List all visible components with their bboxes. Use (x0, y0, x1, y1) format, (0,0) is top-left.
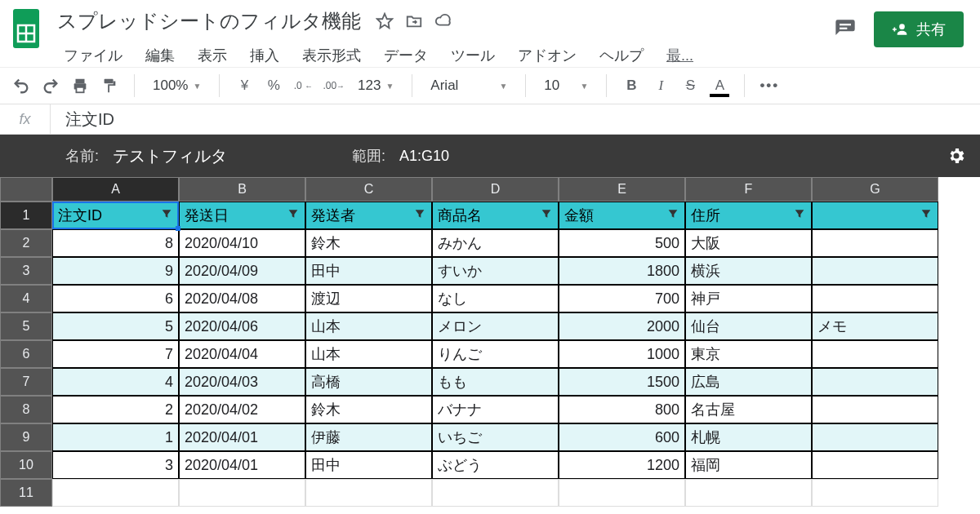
header-cell[interactable] (812, 202, 938, 229)
menu-help[interactable]: ヘルプ (590, 44, 653, 67)
strikethrough-button[interactable]: S (677, 73, 703, 99)
cell[interactable]: メモ (812, 312, 938, 340)
filter-icon[interactable] (666, 207, 679, 224)
cell[interactable]: ぶどう (432, 451, 559, 479)
cell[interactable]: 800 (559, 396, 685, 423)
cell[interactable]: 大阪 (685, 229, 812, 257)
cell[interactable]: 東京 (685, 340, 812, 368)
cell[interactable] (812, 479, 938, 507)
cell[interactable] (179, 479, 305, 507)
cell[interactable]: 札幌 (685, 423, 812, 451)
select-all-corner[interactable] (0, 177, 52, 202)
cell[interactable]: 2020/04/02 (179, 396, 305, 423)
toolbar-more-button[interactable]: ••• (756, 73, 782, 99)
column-header[interactable]: C (305, 177, 432, 202)
filter-icon[interactable] (920, 207, 933, 224)
header-cell[interactable]: 注文ID (52, 202, 179, 229)
cell[interactable]: 高橋 (305, 368, 432, 396)
cell[interactable] (812, 451, 938, 479)
cell[interactable]: 1000 (559, 340, 685, 368)
filter-icon[interactable] (540, 207, 553, 224)
cell[interactable]: 鈴木 (305, 229, 432, 257)
cell[interactable]: バナナ (432, 396, 559, 423)
row-header[interactable]: 11 (0, 479, 52, 507)
cell[interactable]: いちご (432, 423, 559, 451)
move-folder-icon[interactable] (405, 12, 423, 30)
row-header[interactable]: 8 (0, 396, 52, 423)
cell[interactable]: 鈴木 (305, 396, 432, 423)
row-header[interactable]: 4 (0, 285, 52, 312)
star-icon[interactable] (376, 12, 394, 30)
format-percent-button[interactable]: % (261, 73, 287, 99)
filter-icon[interactable] (287, 207, 300, 224)
cell[interactable]: 4 (52, 368, 179, 396)
font-family-dropdown[interactable]: Arial▼ (424, 78, 514, 94)
cell[interactable] (812, 285, 938, 312)
cell[interactable] (812, 340, 938, 368)
cell[interactable]: 山本 (305, 340, 432, 368)
cell[interactable] (559, 479, 685, 507)
increase-decimal-button[interactable]: .00→ (319, 73, 348, 99)
italic-button[interactable]: I (648, 73, 674, 99)
cell[interactable] (812, 396, 938, 423)
cell[interactable]: 1500 (559, 368, 685, 396)
column-header[interactable]: F (685, 177, 812, 202)
cell[interactable]: 2020/04/06 (179, 312, 305, 340)
cell[interactable]: もも (432, 368, 559, 396)
document-title[interactable]: スプレッドシートのフィルタ機能 (54, 7, 364, 36)
cell[interactable]: メロン (432, 312, 559, 340)
filter-icon[interactable] (413, 207, 426, 224)
menu-insert[interactable]: 挿入 (240, 44, 289, 67)
filter-settings-button[interactable] (944, 144, 969, 168)
cell[interactable]: 9 (52, 257, 179, 285)
cell[interactable]: 福岡 (685, 451, 812, 479)
cell[interactable]: 2020/04/08 (179, 285, 305, 312)
decrease-decimal-button[interactable]: .0 ← (290, 73, 316, 99)
row-header[interactable]: 10 (0, 451, 52, 479)
cell[interactable] (812, 423, 938, 451)
menu-last-edit[interactable]: 最... (657, 44, 703, 67)
cell[interactable]: 2020/04/10 (179, 229, 305, 257)
cell[interactable]: 5 (52, 312, 179, 340)
cell[interactable]: 700 (559, 285, 685, 312)
paint-format-button[interactable] (96, 73, 122, 99)
cell[interactable]: 横浜 (685, 257, 812, 285)
cell[interactable]: 3 (52, 451, 179, 479)
cell[interactable]: 山本 (305, 312, 432, 340)
row-header[interactable]: 9 (0, 423, 52, 451)
cell[interactable]: すいか (432, 257, 559, 285)
column-header[interactable]: B (179, 177, 305, 202)
header-cell[interactable]: 商品名 (432, 202, 559, 229)
print-button[interactable] (67, 73, 93, 99)
filter-range-input[interactable] (394, 145, 492, 167)
cell[interactable]: りんご (432, 340, 559, 368)
cell[interactable]: 田中 (305, 257, 432, 285)
font-size-dropdown[interactable]: 10▼ (537, 78, 595, 94)
cell[interactable] (812, 368, 938, 396)
cell[interactable]: 1 (52, 423, 179, 451)
cell[interactable]: 2000 (559, 312, 685, 340)
cell[interactable]: 1800 (559, 257, 685, 285)
row-header[interactable]: 7 (0, 368, 52, 396)
filter-icon[interactable] (793, 207, 806, 224)
cell[interactable]: 田中 (305, 451, 432, 479)
cell[interactable]: 2020/04/09 (179, 257, 305, 285)
cell[interactable]: 2020/04/04 (179, 340, 305, 368)
cell[interactable]: 8 (52, 229, 179, 257)
cell[interactable] (52, 479, 179, 507)
share-button[interactable]: 共有 (874, 11, 964, 47)
format-currency-button[interactable]: ¥ (231, 73, 257, 99)
cell[interactable]: 600 (559, 423, 685, 451)
cell[interactable]: みかん (432, 229, 559, 257)
cell[interactable]: 6 (52, 285, 179, 312)
menu-addons[interactable]: アドオン (508, 44, 586, 67)
cell[interactable] (305, 479, 432, 507)
cell[interactable]: 7 (52, 340, 179, 368)
cell[interactable]: 2020/04/01 (179, 423, 305, 451)
column-header[interactable]: G (812, 177, 938, 202)
cell[interactable]: 2020/04/03 (179, 368, 305, 396)
menu-view[interactable]: 表示 (188, 44, 237, 67)
cell[interactable]: 渡辺 (305, 285, 432, 312)
undo-button[interactable] (8, 73, 34, 99)
comments-icon[interactable] (831, 16, 859, 43)
